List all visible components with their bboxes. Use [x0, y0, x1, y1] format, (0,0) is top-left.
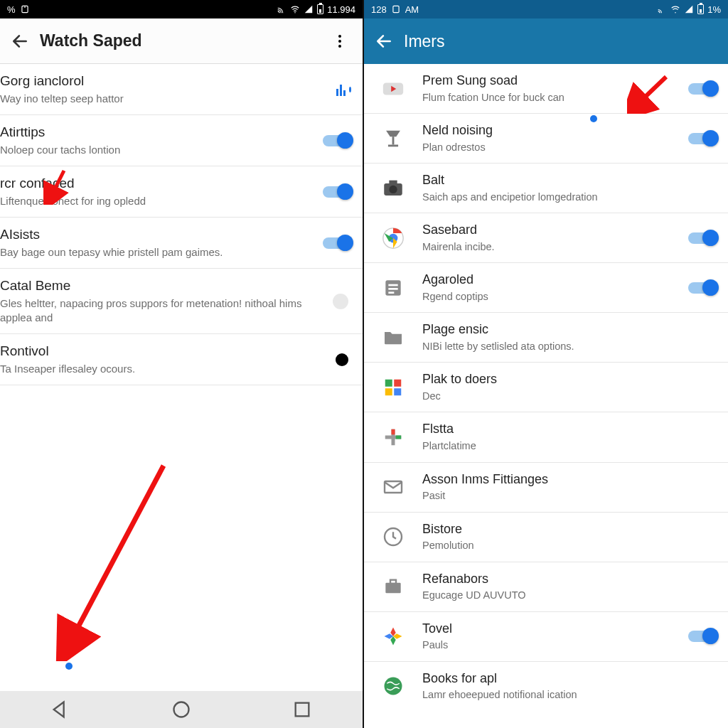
- folder-icon: [380, 324, 407, 351]
- app-row[interactable]: FlsttaPlartclatime: [364, 412, 728, 462]
- app-row[interactable]: Neld noisingPlan odrestos: [364, 114, 728, 164]
- app-row[interactable]: BistorePemolution: [364, 513, 728, 562]
- app-title: Agaroled: [422, 272, 681, 288]
- app-row[interactable]: Prem Sung soadFlum fcation Unce for buck…: [364, 64, 728, 114]
- svg-rect-23: [388, 291, 394, 294]
- status-bar-left: % 11.994: [0, 0, 363, 18]
- app-subtitle: Dec: [422, 390, 717, 404]
- setting-row[interactable]: rcr confaced Liftenque conect for ing op…: [0, 166, 363, 218]
- annotation-dot-icon: [590, 115, 597, 122]
- toggle-switch[interactable]: [688, 83, 717, 95]
- app-subtitle: Egucage UD AUVUTO: [422, 589, 717, 603]
- setting-subtitle: Noloep cour tachs lontion: [0, 143, 316, 157]
- app-row[interactable]: Asson Inms FittiangesPasit: [364, 463, 728, 513]
- setting-title: Catal Beme: [0, 277, 333, 294]
- grid-icon: [380, 374, 407, 401]
- app-subtitle: Pasit: [422, 489, 717, 503]
- battery-icon: [697, 4, 704, 14]
- svg-rect-27: [394, 388, 401, 395]
- toggle-switch[interactable]: [688, 631, 717, 642]
- app-row[interactable]: Plage ensicNIBi lette by setlisled ata o…: [364, 313, 728, 363]
- app-settings-list: Prem Sung soadFlum fcation Unce for buck…: [364, 64, 728, 728]
- app-row[interactable]: BaltSaich aps and encipetior lomgedratio…: [364, 164, 728, 213]
- app-subtitle: Plartclatime: [422, 439, 717, 454]
- app-row[interactable]: Books for aplLamr ehoeepued notifional i…: [364, 662, 728, 711]
- status-battery-text: 1%: [707, 4, 721, 15]
- page-title: Watch Saped: [37, 31, 323, 50]
- app-subtitle: Saich aps and encipetior lomgedration: [422, 191, 717, 205]
- toggle-switch[interactable]: [323, 186, 351, 198]
- svg-point-1: [24, 6, 26, 8]
- toggle-switch[interactable]: [323, 135, 351, 146]
- app-row[interactable]: RefanaborsEgucage UD AUVUTO: [364, 562, 728, 612]
- app-title: Flstta: [422, 421, 717, 437]
- wifi-icon: [670, 4, 680, 14]
- app-title: Balt: [422, 172, 717, 188]
- settings-list-left: Gorg ianclorol Way ino teltep seep hatto…: [0, 64, 363, 691]
- setting-row[interactable]: Atirttips Noloep cour tachs lontion: [0, 115, 363, 166]
- toggle-switch[interactable]: [323, 237, 351, 249]
- plus-icon: [380, 424, 407, 451]
- nav-recent-button[interactable]: [292, 700, 312, 719]
- wifi-icon: [290, 4, 300, 14]
- nav-home-button[interactable]: [171, 700, 191, 719]
- svg-rect-35: [390, 580, 396, 584]
- arrow-back-icon: [375, 32, 393, 50]
- app-row[interactable]: SasebardMairenla incibe.: [364, 213, 728, 263]
- cast-icon: [657, 4, 667, 14]
- svg-point-11: [675, 12, 676, 14]
- page-title: Imers: [401, 32, 722, 51]
- toggle-switch[interactable]: [688, 133, 717, 144]
- phone-left: % 11.994 Watch Saped Gorg ianclorol Way …: [0, 0, 364, 728]
- app-subtitle: Plan odrestos: [422, 141, 681, 155]
- status-time-num: 128: [371, 4, 387, 15]
- radio-indicator-icon: [336, 353, 348, 366]
- svg-rect-17: [389, 180, 397, 184]
- toggle-switch[interactable]: [688, 282, 717, 294]
- app-subtitle: Flum fcation Unce for buck can: [422, 91, 681, 105]
- app-row[interactable]: AgaroledRgend coptips: [364, 263, 728, 313]
- signal-icon: [684, 4, 694, 14]
- status-notification-icon: [20, 4, 30, 14]
- back-button[interactable]: [3, 24, 37, 58]
- svg-rect-31: [396, 435, 402, 439]
- setting-title: Gorg ianclorol: [0, 73, 336, 90]
- status-time-ampm: AM: [405, 4, 419, 15]
- status-notification-icon: [391, 4, 401, 14]
- svg-rect-25: [394, 380, 401, 387]
- setting-subtitle: Ta Inseaper iflesaley ocours.: [0, 362, 336, 376]
- app-title: Plak to doers: [422, 371, 717, 387]
- chrome-icon: [380, 225, 407, 252]
- toggle-switch[interactable]: [688, 232, 717, 244]
- info-icon: [333, 294, 348, 309]
- nav-bar: [0, 691, 363, 728]
- svg-rect-24: [385, 380, 392, 387]
- cast-icon: [277, 4, 287, 14]
- app-subtitle: Mairenla incibe.: [422, 240, 681, 255]
- setting-row[interactable]: Gorg ianclorol Way ino teltep seep hatto…: [0, 64, 363, 115]
- svg-point-16: [389, 185, 397, 193]
- app-subtitle: Lamr ehoeepued notifional ication: [422, 688, 717, 702]
- nav-back-button[interactable]: [50, 700, 70, 719]
- status-percent: %: [7, 4, 16, 15]
- app-subtitle: Pemolution: [422, 539, 717, 553]
- svg-rect-21: [388, 284, 397, 286]
- setting-subtitle: Gles heltter, napacing pros suppors for …: [0, 296, 333, 326]
- app-row[interactable]: Plak to doersDec: [364, 363, 728, 412]
- svg-rect-7: [296, 703, 309, 717]
- lamp-icon: [380, 125, 407, 152]
- svg-point-6: [174, 702, 189, 717]
- status-bar-right: 128 AM 1%: [364, 0, 728, 18]
- back-button[interactable]: [367, 24, 401, 58]
- setting-row[interactable]: AIsists Bay bage oun tepasy whie pristel…: [0, 218, 363, 269]
- phone-right: 128 AM 1% Imers Prem Sung soadFlum fcati…: [364, 0, 728, 728]
- setting-title: AIsists: [0, 226, 316, 243]
- svg-rect-14: [388, 144, 398, 146]
- signal-icon: [304, 4, 314, 14]
- setting-row[interactable]: Rontivol Ta Inseaper iflesaley ocours.: [0, 334, 363, 385]
- setting-row[interactable]: Catal Beme Gles heltter, napacing pros s…: [0, 269, 363, 334]
- app-row[interactable]: TovelPauls: [364, 612, 728, 662]
- overflow-menu-button[interactable]: [323, 24, 357, 58]
- svg-point-2: [294, 12, 296, 14]
- svg-rect-10: [393, 6, 399, 12]
